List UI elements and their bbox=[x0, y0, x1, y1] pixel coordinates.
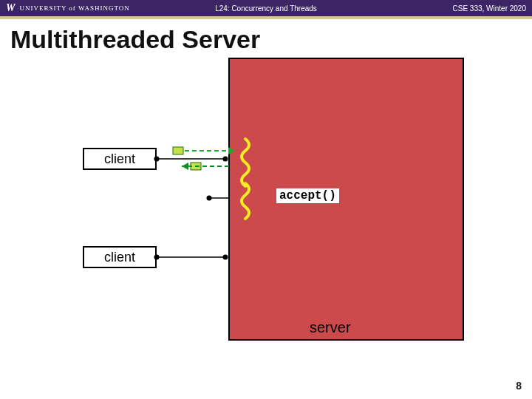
client-box-1: client bbox=[83, 148, 157, 170]
svg-rect-8 bbox=[173, 147, 183, 154]
slide-header: W UNIVERSITY of WASHINGTON L24: Concurre… bbox=[0, 0, 532, 16]
course-id: CSE 333, Winter 2020 bbox=[453, 4, 527, 13]
page-number: 8 bbox=[516, 380, 522, 392]
client-2-label: client bbox=[104, 250, 135, 265]
w-logo-icon: W bbox=[6, 2, 15, 14]
institution-block: W UNIVERSITY of WASHINGTON bbox=[6, 2, 130, 14]
accept-call-label: accept() bbox=[276, 188, 339, 203]
svg-rect-9 bbox=[191, 163, 201, 170]
client-1-label: client bbox=[104, 151, 135, 167]
client-box-2: client bbox=[83, 246, 157, 268]
server-box bbox=[228, 58, 464, 341]
server-label: server bbox=[310, 319, 351, 336]
diagram-stage: client client accept() server bbox=[0, 52, 532, 369]
svg-point-2 bbox=[223, 157, 228, 162]
svg-point-7 bbox=[207, 196, 212, 201]
svg-marker-13 bbox=[182, 163, 188, 170]
slide-title: Multithreaded Server bbox=[0, 19, 532, 54]
institution-name: UNIVERSITY of WASHINGTON bbox=[19, 4, 129, 12]
lecture-title: L24: Concurrency and Threads bbox=[215, 4, 317, 13]
svg-point-5 bbox=[223, 255, 228, 260]
